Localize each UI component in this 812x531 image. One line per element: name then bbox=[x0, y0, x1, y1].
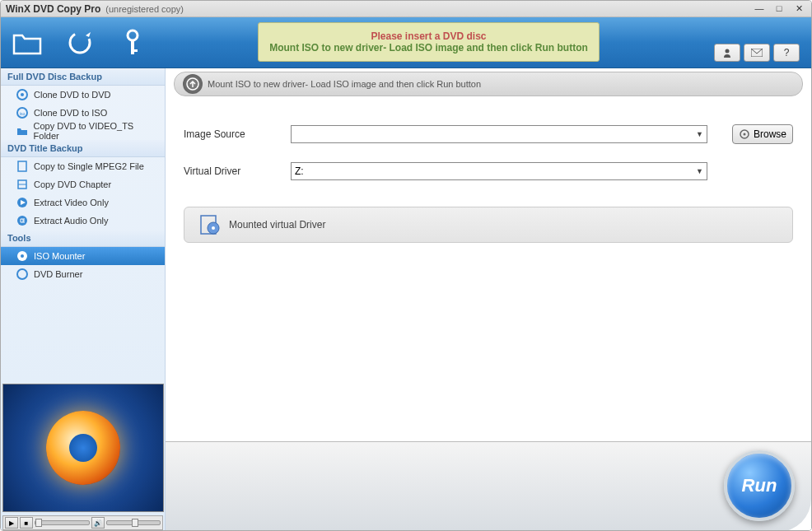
virtual-driver-value: Z: bbox=[295, 165, 304, 177]
person-icon bbox=[722, 48, 732, 58]
refresh-button[interactable] bbox=[62, 25, 98, 61]
mounted-driver-bar: Mounted virtual Driver bbox=[184, 207, 793, 243]
burn-icon bbox=[16, 268, 29, 281]
sidebar-section-tools: Tools bbox=[1, 230, 165, 247]
svg-point-16 bbox=[21, 254, 24, 258]
sidebar-section-full-backup: Full DVD Disc Backup bbox=[1, 68, 165, 86]
volume-button[interactable]: 🔊 bbox=[91, 517, 105, 529]
sidebar-item-label: Extract Audio Only bbox=[34, 216, 109, 226]
sidebar-item-copy-mpeg2[interactable]: Copy to Single MPEG2 File bbox=[1, 157, 165, 175]
stop-button[interactable]: ■ bbox=[20, 517, 33, 529]
preview-panel bbox=[2, 384, 164, 512]
run-label: Run bbox=[742, 475, 777, 496]
sidebar-item-clone-dvd-to-dvd[interactable]: Clone DVD to DVD bbox=[1, 86, 165, 104]
mounted-drive-icon bbox=[199, 214, 221, 235]
register-button[interactable] bbox=[114, 25, 151, 61]
sidebar-item-label: Clone DVD to DVD bbox=[34, 90, 111, 100]
browse-icon bbox=[739, 128, 750, 140]
run-button[interactable]: Run bbox=[724, 450, 795, 521]
key-icon bbox=[121, 28, 144, 58]
app-title: WinX DVD Copy Pro bbox=[6, 3, 100, 15]
video-icon bbox=[16, 196, 29, 209]
close-button[interactable]: ✕ bbox=[791, 3, 806, 15]
virtual-driver-label: Virtual Driver bbox=[184, 165, 291, 177]
virtual-driver-select[interactable]: Z: bbox=[291, 162, 707, 180]
svg-text:iso: iso bbox=[20, 111, 26, 116]
minimize-button[interactable]: — bbox=[752, 3, 767, 15]
logo-flame-icon bbox=[46, 411, 120, 485]
top-right-buttons: ? bbox=[714, 44, 800, 62]
titlebar: WinX DVD Copy Pro (unregistered copy) — … bbox=[1, 1, 811, 17]
audio-icon bbox=[16, 214, 29, 227]
player-controls: ▶ ■ 🔊 bbox=[2, 515, 163, 530]
seek-slider[interactable] bbox=[35, 520, 90, 525]
folder-icon bbox=[12, 30, 42, 55]
play-button[interactable]: ▶ bbox=[5, 517, 18, 529]
app-subtitle: (unregistered copy) bbox=[105, 4, 184, 14]
disc-icon bbox=[16, 88, 29, 101]
svg-point-7 bbox=[21, 93, 24, 96]
maximize-button[interactable]: □ bbox=[772, 3, 786, 15]
browse-button[interactable]: Browse bbox=[732, 124, 793, 144]
mount-icon bbox=[16, 249, 29, 263]
sidebar-item-label: ISO Mounter bbox=[34, 251, 85, 261]
sidebar-item-label: Extract Video Only bbox=[34, 198, 109, 207]
refresh-icon bbox=[66, 29, 94, 57]
sidebar-item-label: Copy to Single MPEG2 File bbox=[34, 161, 144, 171]
file-icon bbox=[16, 160, 29, 173]
toolbar: Please insert a DVD disc Mount ISO to ne… bbox=[1, 17, 811, 68]
sidebar-item-label: Clone DVD to ISO bbox=[34, 108, 107, 118]
open-button[interactable] bbox=[9, 25, 45, 61]
svg-point-14 bbox=[17, 216, 27, 226]
sidebar-item-dvd-burner[interactable]: DVD Burner bbox=[1, 265, 165, 283]
image-source-label: Image Source bbox=[184, 128, 291, 140]
svg-point-4 bbox=[726, 49, 730, 54]
sidebar-item-clone-dvd-to-iso[interactable]: iso Clone DVD to ISO bbox=[1, 104, 165, 122]
browse-label: Browse bbox=[754, 128, 786, 140]
notice-line-2: Mount ISO to new driver- Load ISO image … bbox=[269, 42, 588, 54]
sidebar: Full DVD Disc Backup Clone DVD to DVD is… bbox=[1, 68, 166, 531]
sidebar-item-copy-chapter[interactable]: Copy DVD Chapter bbox=[1, 175, 165, 193]
sidebar-item-label: Copy DVD to VIDEO_TS Folder bbox=[34, 121, 158, 141]
mounted-driver-label: Mounted virtual Driver bbox=[229, 219, 325, 231]
sidebar-item-extract-audio[interactable]: Extract Audio Only bbox=[1, 212, 165, 230]
bottom-bar: Run bbox=[166, 441, 811, 531]
sidebar-item-copy-video-ts[interactable]: Copy DVD to VIDEO_TS Folder bbox=[1, 122, 165, 140]
svg-rect-10 bbox=[18, 161, 26, 171]
main-header-text: Mount ISO to new driver- Load ISO image … bbox=[208, 79, 481, 89]
question-icon: ? bbox=[784, 47, 790, 58]
chapter-icon bbox=[16, 178, 29, 191]
notice-box: Please insert a DVD disc Mount ISO to ne… bbox=[258, 22, 600, 62]
mail-button[interactable] bbox=[744, 44, 770, 62]
mail-icon bbox=[751, 49, 763, 57]
image-source-select[interactable] bbox=[291, 125, 707, 143]
volume-slider[interactable] bbox=[106, 520, 161, 525]
main-panel: Mount ISO to new driver- Load ISO image … bbox=[166, 68, 811, 531]
sidebar-item-iso-mounter[interactable]: ISO Mounter bbox=[1, 247, 165, 265]
sidebar-section-title-backup: DVD Title Backup bbox=[1, 140, 165, 157]
svg-point-20 bbox=[743, 133, 745, 136]
sidebar-item-label: DVD Burner bbox=[34, 269, 82, 279]
svg-point-23 bbox=[212, 226, 215, 230]
notice-line-1: Please insert a DVD disc bbox=[371, 30, 486, 42]
svg-rect-3 bbox=[131, 49, 138, 52]
sidebar-item-extract-video[interactable]: Extract Video Only bbox=[1, 193, 165, 212]
svg-point-17 bbox=[17, 269, 27, 279]
about-button[interactable] bbox=[714, 44, 740, 62]
folder-icon bbox=[16, 124, 29, 137]
iso-icon: iso bbox=[16, 106, 29, 119]
help-button[interactable]: ? bbox=[773, 44, 800, 62]
svg-point-1 bbox=[128, 30, 138, 40]
main-header: Mount ISO to new driver- Load ISO image … bbox=[174, 72, 803, 96]
sidebar-item-label: Copy DVD Chapter bbox=[34, 179, 111, 189]
svg-rect-2 bbox=[131, 40, 134, 54]
mount-header-icon bbox=[183, 74, 203, 94]
